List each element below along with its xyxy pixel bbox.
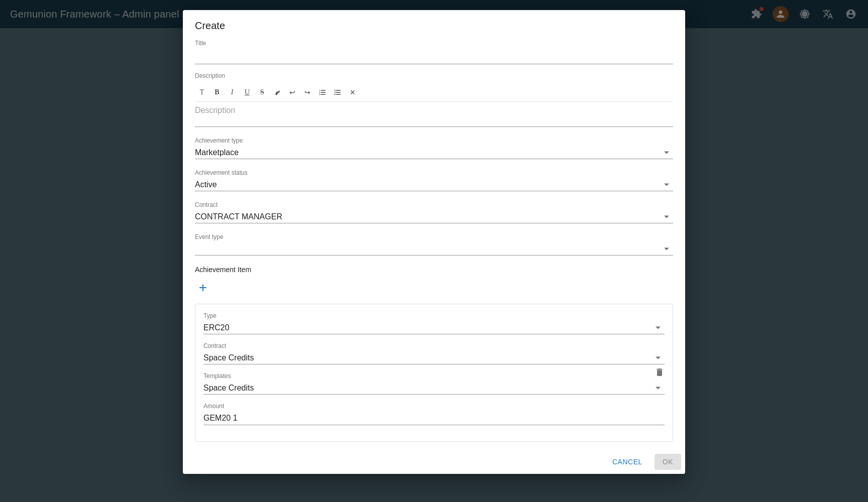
event-type-select[interactable] [195,242,673,256]
achievement-status-field: Achievement status Active [195,169,673,191]
underline-button[interactable]: U [240,85,254,99]
contract-select[interactable]: CONTRACT MANAGER [195,210,673,223]
event-type-label: Event type [195,233,673,240]
item-contract-field: Contract Space Credits [203,342,665,364]
item-templates-label: Templates [203,372,665,380]
achievement-status-wrapper: Active [195,178,673,191]
item-templates-wrapper: Space Credits [203,382,665,395]
contract-label: Contract [195,201,673,208]
editor-toolbar: T B I U S ↩ ↪ ✕ [195,83,673,102]
ordered-list-button[interactable] [315,85,330,99]
dialog-title: Create [183,10,685,40]
description-section: Description T B I U S ↩ ↪ [195,72,673,127]
create-dialog: Create Title Description T B I U S [183,10,685,474]
item-templates-select[interactable]: Space Credits [203,382,665,395]
achievement-status-label: Achievement status [195,169,673,176]
achievement-type-wrapper: Marketplace [195,146,673,159]
title-field: Title [195,40,673,64]
add-item-button[interactable]: + [195,280,211,296]
item-type-wrapper: ERC20 [203,321,665,334]
ok-button[interactable]: OK [655,454,681,470]
item-amount-field: Amount [203,403,665,425]
highlight-button[interactable] [270,85,284,99]
title-input[interactable] [195,47,673,64]
description-placeholder: Description [195,106,235,114]
event-type-field: Event type [195,233,673,256]
strikethrough-button[interactable]: S [255,85,269,99]
description-label: Description [195,72,673,79]
contract-wrapper: CONTRACT MANAGER [195,210,673,223]
event-type-wrapper [195,242,673,256]
achievement-type-select[interactable]: Marketplace [195,146,673,159]
clear-format-button[interactable]: ✕ [346,85,360,99]
item-contract-select[interactable]: Space Credits [203,351,665,364]
item-templates-field: Templates Space Credits [203,372,665,395]
item-amount-input[interactable] [203,412,665,425]
item-contract-label: Contract [203,342,665,349]
achievement-item-card: Type ERC20 Contract Space Credits [195,304,673,442]
achievement-type-field: Achievement type Marketplace [195,137,673,159]
dialog-content: Title Description T B I U S ↩ ↪ [183,40,685,450]
undo-button[interactable]: ↩ [285,85,299,99]
description-editor[interactable]: Description [195,102,673,127]
modal-overlay: Create Title Description T B I U S [0,0,868,502]
redo-button[interactable]: ↪ [300,85,314,99]
item-type-select[interactable]: ERC20 [203,321,665,334]
trash-icon [655,367,665,377]
dialog-actions: CANCEL OK [183,450,685,474]
contract-field: Contract CONTRACT MANAGER [195,201,673,223]
delete-item-button[interactable] [653,365,667,381]
unordered-list-button[interactable] [331,85,345,99]
achievement-status-select[interactable]: Active [195,178,673,191]
bold-button[interactable]: B [210,85,224,99]
item-type-field: Type ERC20 [203,312,665,334]
text-format-button[interactable]: T [195,85,209,99]
achievement-item-title: Achievement Item [195,266,673,274]
item-amount-label: Amount [203,403,665,410]
achievement-item-section: Achievement Item + Type ERC20 [195,266,673,442]
item-type-label: Type [203,312,665,319]
item-contract-wrapper: Space Credits [203,351,665,364]
achievement-type-label: Achievement type [195,137,673,144]
cancel-button[interactable]: CANCEL [604,454,650,470]
italic-button[interactable]: I [225,85,239,99]
title-label: Title [195,40,673,47]
